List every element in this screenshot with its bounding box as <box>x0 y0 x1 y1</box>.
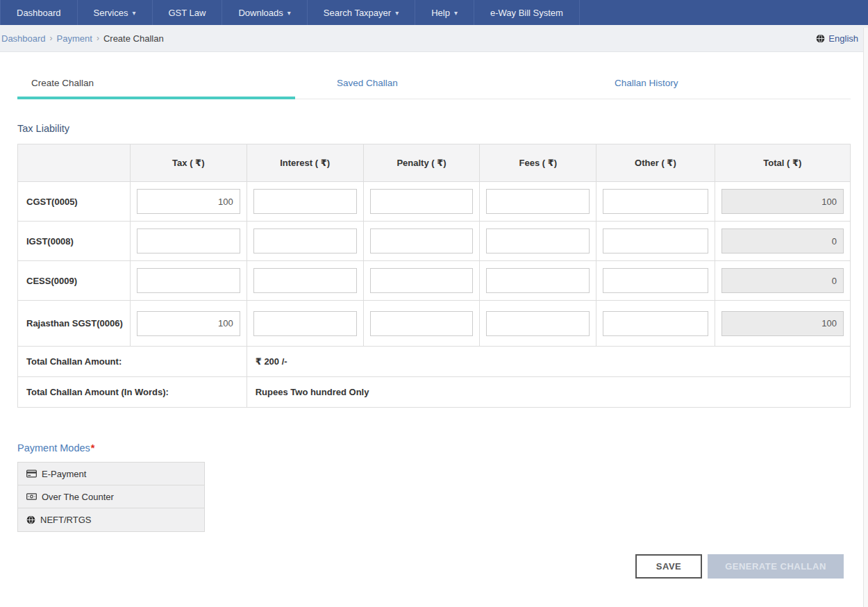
total-amount-label: Total Challan Amount: <box>18 347 247 377</box>
table-header-row: Tax ( ₹) Interest ( ₹) Penalty ( ₹) Fees… <box>18 144 851 182</box>
total-words-row: Total Challan Amount (In Words): Rupees … <box>18 377 851 408</box>
row-label-cgst: CGST(0005) <box>18 182 131 222</box>
column-header-tax: Tax ( ₹) <box>130 144 247 182</box>
nav-item-gst-law[interactable]: GST Law <box>153 0 223 25</box>
cgst-penalty-input[interactable] <box>370 189 474 214</box>
cess-other-input[interactable] <box>603 268 708 293</box>
payment-mode-neft-rtgs[interactable]: NEFT/RTGS <box>18 508 204 531</box>
payment-mode-over-the-counter[interactable]: Over The Counter <box>18 485 204 508</box>
top-navigation: Dashboard Services ▾ GST Law Downloads ▾… <box>0 0 868 25</box>
payment-modes-panel: E-Payment Over The Counter NEFT/RTGS <box>17 462 205 532</box>
breadcrumb: Dashboard › Payment › Create Challan <box>1 33 164 44</box>
cess-fees-input[interactable] <box>486 268 590 293</box>
tab-label: Create Challan <box>31 78 94 88</box>
sgst-tax-input[interactable] <box>137 311 240 336</box>
payment-mode-label: E-Payment <box>42 469 86 479</box>
cess-interest-input[interactable] <box>253 268 357 293</box>
table-row-cess: CESS(0009) <box>18 261 851 301</box>
total-words-label: Total Challan Amount (In Words): <box>18 377 247 408</box>
tax-liability-heading: Tax Liability <box>17 123 851 134</box>
igst-fees-input[interactable] <box>486 228 590 253</box>
igst-penalty-input[interactable] <box>370 228 474 253</box>
tab-saved-challan[interactable]: Saved Challan <box>295 71 573 99</box>
language-label: English <box>828 33 858 44</box>
sgst-interest-input[interactable] <box>253 311 357 336</box>
cess-total-field <box>721 268 844 293</box>
column-header-penalty: Penalty ( ₹) <box>363 144 480 182</box>
globe-icon <box>816 34 825 43</box>
main-content: Create Challan Saved Challan Challan His… <box>0 71 868 579</box>
cgst-fees-input[interactable] <box>486 189 590 214</box>
row-label-sgst: Rajasthan SGST(0006) <box>18 301 131 347</box>
globe-icon <box>26 515 35 524</box>
nav-item-services[interactable]: Services ▾ <box>78 0 153 25</box>
payment-modes-title: Payment Modes <box>17 442 90 454</box>
vertical-scrollbar[interactable] <box>863 28 868 607</box>
cgst-interest-input[interactable] <box>253 189 357 214</box>
breadcrumb-bar: Dashboard › Payment › Create Challan Eng… <box>0 25 868 52</box>
payment-modes-heading: Payment Modes* <box>17 442 851 454</box>
sgst-fees-input[interactable] <box>486 311 590 336</box>
igst-tax-input[interactable] <box>137 228 240 253</box>
save-button[interactable]: SAVE <box>635 554 702 579</box>
payment-mode-epayment[interactable]: E-Payment <box>18 463 204 485</box>
total-words-value: Rupees Two hundred Only <box>247 377 850 408</box>
igst-total-field <box>721 228 844 253</box>
generate-challan-button[interactable]: GENERATE CHALLAN <box>708 554 844 579</box>
column-header-interest: Interest ( ₹) <box>247 144 363 182</box>
language-selector[interactable]: English <box>816 33 858 44</box>
igst-other-input[interactable] <box>603 228 708 253</box>
required-asterisk: * <box>91 442 95 454</box>
table-row-sgst: Rajasthan SGST(0006) <box>18 301 851 347</box>
row-label-igst: IGST(0008) <box>18 222 131 261</box>
sgst-penalty-input[interactable] <box>370 311 474 336</box>
action-buttons: SAVE GENERATE CHALLAN <box>17 554 851 579</box>
column-header-total: Total ( ₹) <box>715 144 850 182</box>
cash-icon <box>26 492 37 501</box>
nav-item-label: Search Taxpayer <box>324 8 391 18</box>
total-amount-value: ₹ 200 /- <box>247 347 850 377</box>
payment-mode-label: Over The Counter <box>42 492 114 502</box>
nav-item-label: Dashboard <box>17 8 61 18</box>
nav-item-label: GST Law <box>169 8 206 18</box>
nav-item-eway-bill[interactable]: e-Way Bill System <box>474 0 580 25</box>
sgst-other-input[interactable] <box>603 311 708 336</box>
cess-tax-input[interactable] <box>137 268 240 293</box>
cgst-other-input[interactable] <box>603 189 708 214</box>
tab-challan-history[interactable]: Challan History <box>573 71 851 99</box>
table-row-cgst: CGST(0005) <box>18 182 851 222</box>
tab-create-challan[interactable]: Create Challan <box>17 71 295 99</box>
column-header-blank <box>18 144 131 182</box>
igst-interest-input[interactable] <box>253 228 357 253</box>
nav-item-label: e-Way Bill System <box>490 8 563 18</box>
caret-down-icon: ▾ <box>395 9 399 17</box>
caret-down-icon: ▾ <box>132 9 135 17</box>
sgst-total-field <box>721 311 844 336</box>
total-amount-row: Total Challan Amount: ₹ 200 /- <box>18 347 851 377</box>
cgst-tax-input[interactable] <box>137 189 240 214</box>
nav-item-label: Downloads <box>238 8 283 18</box>
tab-label: Saved Challan <box>337 78 398 88</box>
payment-mode-label: NEFT/RTGS <box>40 515 91 525</box>
tab-label: Challan History <box>615 78 678 88</box>
nav-item-label: Help <box>431 8 450 18</box>
nav-item-search-taxpayer[interactable]: Search Taxpayer ▾ <box>308 0 415 25</box>
nav-item-downloads[interactable]: Downloads ▾ <box>222 0 307 25</box>
credit-card-icon <box>26 469 37 478</box>
nav-item-label: Services <box>94 8 128 18</box>
breadcrumb-dashboard[interactable]: Dashboard <box>1 33 46 44</box>
caret-down-icon: ▾ <box>454 9 458 17</box>
caret-down-icon: ▾ <box>287 9 291 17</box>
breadcrumb-payment[interactable]: Payment <box>57 33 92 44</box>
breadcrumb-separator: › <box>97 33 99 43</box>
breadcrumb-current-page: Create Challan <box>103 33 164 44</box>
cess-penalty-input[interactable] <box>370 268 474 293</box>
column-header-other: Other ( ₹) <box>596 144 715 182</box>
table-row-igst: IGST(0008) <box>18 222 851 261</box>
nav-item-help[interactable]: Help ▾ <box>415 0 474 25</box>
nav-item-dashboard[interactable]: Dashboard <box>0 0 78 25</box>
column-header-fees: Fees ( ₹) <box>480 144 596 182</box>
row-label-cess: CESS(0009) <box>18 261 131 301</box>
breadcrumb-separator: › <box>50 33 53 43</box>
tax-liability-table: Tax ( ₹) Interest ( ₹) Penalty ( ₹) Fees… <box>17 144 851 408</box>
